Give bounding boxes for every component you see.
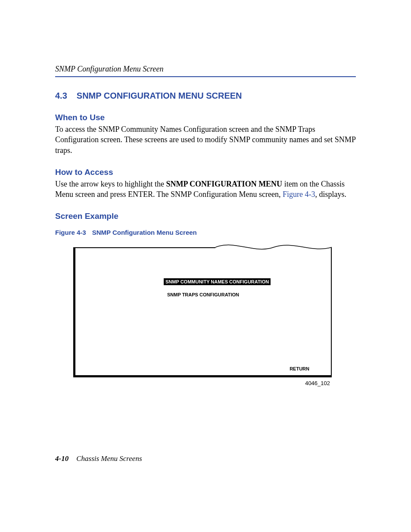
terminal-border [73,247,215,248]
footer-title: Chassis Menu Screens [76,454,142,463]
how-to-access-prefix: Use the arrow keys to highlight the [55,180,166,188]
how-to-access-bold: SNMP CONFIGURATION MENU [166,180,282,188]
terminal-border [331,247,332,377]
figure-id: 4046_102 [73,380,332,386]
subheading-when-to-use: When to Use [55,113,356,122]
terminal-content: SNMP COMMUNITY NAMES CONFIGURATION SNMP … [78,252,329,373]
menu-item-community-names[interactable]: SNMP COMMUNITY NAMES CONFIGURATION [164,278,271,285]
menu-item-traps[interactable]: SNMP TRAPS CONFIGURATION [165,291,241,298]
figure-caption: Figure 4-3SNMP Configuration Menu Screen [55,229,356,236]
subheading-screen-example: Screen Example [55,212,356,221]
page-footer: 4-10Chassis Menu Screens [55,454,142,463]
figure-label: Figure 4-3 [55,229,86,236]
terminal-screenshot: SNMP COMMUNITY NAMES CONFIGURATION SNMP … [73,244,332,377]
subheading-how-to-access: How to Access [55,168,356,177]
terminal-border [73,247,75,377]
return-button[interactable]: RETURN [290,366,309,371]
when-to-use-body: To access the SNMP Community Names Confi… [55,124,356,156]
how-to-access-suffix: , displays. [315,190,346,199]
document-page: SNMP Configuration Menu Screen 4.3SNMP C… [0,0,411,532]
section-title: SNMP CONFIGURATION MENU SCREEN [77,91,242,100]
figure-cross-reference-link[interactable]: Figure 4-3 [283,190,315,199]
page-number: 4-10 [55,454,68,463]
section-heading: 4.3SNMP CONFIGURATION MENU SCREEN [55,91,356,101]
section-number: 4.3 [55,91,67,101]
terminal-border [73,375,332,377]
figure-wrap: SNMP COMMUNITY NAMES CONFIGURATION SNMP … [73,244,332,386]
running-header: SNMP Configuration Menu Screen [55,65,356,77]
how-to-access-body: Use the arrow keys to highlight the SNMP… [55,179,356,200]
figure-title: SNMP Configuration Menu Screen [92,229,197,236]
